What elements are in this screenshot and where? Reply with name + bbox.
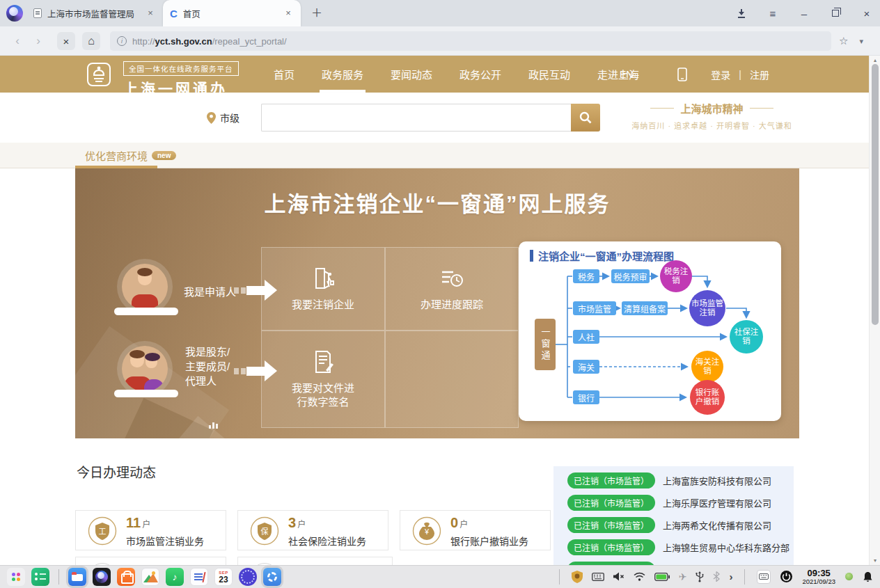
search-button[interactable] <box>571 104 600 132</box>
nav-item[interactable]: 政民互动 <box>526 56 572 93</box>
url-scheme: http:// <box>132 36 155 47</box>
stat-icon: 工 <box>88 516 117 546</box>
urlbar-dropdown-icon[interactable]: ▾ <box>859 37 863 46</box>
today-heading: 今日办理动态 <box>77 462 156 481</box>
search-input[interactable] <box>261 104 571 132</box>
partial-stat-card <box>75 557 226 565</box>
security-shield-icon[interactable] <box>572 571 583 583</box>
status-badge: 已注销（市场监管） <box>567 517 655 533</box>
url-bar[interactable]: i http://yct.sh.gov.cn/repeal_yct_portal… <box>110 31 831 51</box>
home-button[interactable]: ⌂ <box>82 32 100 50</box>
stat-count: 0户 <box>450 515 468 531</box>
clock[interactable]: 09:35 2021/09/23 <box>802 569 835 585</box>
status-badge: 已注销（市场监管） <box>567 495 655 511</box>
today-stats: 工 11户 市场监管注销业务 保 <box>75 510 551 550</box>
action-label: 我要对文件进 行数字签名 <box>292 381 354 409</box>
scroll-up-icon[interactable]: ▴ <box>870 57 880 63</box>
app-store-icon[interactable] <box>117 568 135 586</box>
flow-source-label: 一窗通 <box>539 327 552 363</box>
launcher-icon[interactable] <box>7 568 25 586</box>
minimize-button[interactable]: – <box>798 7 810 19</box>
new-tab-button[interactable]: ＋ <box>309 6 324 21</box>
notification-bell-icon[interactable] <box>863 571 873 582</box>
bookmark-star-icon[interactable]: ☆ <box>839 35 848 47</box>
nav-item[interactable]: 政务服务 <box>320 56 366 93</box>
action-progress-track[interactable]: 办理进度跟踪 <box>385 247 519 331</box>
company-name: 上海两希文化传播有限公司 <box>663 518 771 532</box>
site-info-icon[interactable]: i <box>117 36 127 46</box>
bluetooth-icon[interactable] <box>713 571 720 582</box>
browser-app-icon[interactable] <box>93 568 111 586</box>
exit-door-icon <box>311 266 336 291</box>
tab-close-icon[interactable]: × <box>283 8 294 19</box>
browser-logo-icon[interactable] <box>6 5 23 22</box>
stat-unit: 户 <box>297 520 306 530</box>
stat-label: 银行账户撤销业务 <box>450 534 528 548</box>
action-label-line: 我要对文件进 <box>292 381 354 395</box>
workspace-icon[interactable] <box>31 568 49 586</box>
window-controls: ≡ – × <box>735 0 873 26</box>
photos-icon[interactable] <box>141 568 159 586</box>
nav-item[interactable]: 政务公开 <box>457 56 503 93</box>
power-icon[interactable] <box>780 570 793 583</box>
control-center-icon[interactable] <box>263 568 281 586</box>
nav-item[interactable]: 首页 <box>272 56 297 93</box>
login-divider: | <box>739 69 741 80</box>
stat-count-number: 3 <box>288 515 296 530</box>
download-icon[interactable] <box>735 7 748 19</box>
region-label: 市级 <box>220 111 239 125</box>
stop-button[interactable]: × <box>57 32 75 50</box>
tab-close-icon[interactable]: × <box>145 8 156 19</box>
new-badge: new <box>152 151 176 160</box>
arrow-right-icon <box>234 360 280 381</box>
document-favicon-icon <box>33 8 42 18</box>
close-window-button[interactable]: × <box>861 7 873 19</box>
svg-text:¥: ¥ <box>424 527 430 536</box>
keyboard-icon[interactable] <box>592 573 604 581</box>
maximize-button[interactable] <box>829 7 842 19</box>
eye-protection-icon[interactable] <box>844 572 854 581</box>
region-selector[interactable]: 市级 <box>207 93 239 143</box>
battery-icon[interactable] <box>654 573 670 581</box>
search-section: 市级 上海城市精神 海纳百川 · 追求卓越 · 开明睿智 · 大气谦和 <box>0 93 880 143</box>
calendar-icon[interactable]: SEP 23 <box>214 568 233 586</box>
input-method-icon[interactable] <box>757 570 771 584</box>
scrollbar-thumb[interactable] <box>872 64 879 325</box>
usb-icon[interactable] <box>696 571 704 582</box>
persona-label-line: 我是股东/ <box>185 344 230 359</box>
browser-tab-1[interactable]: 上海市市场监督管理局 × <box>26 0 163 26</box>
platform-tag: 全国一体化在线政务服务平台 <box>123 61 239 76</box>
action-label: 办理进度跟踪 <box>421 298 483 312</box>
feed-row: 已注销（市场监管） 上海富旌安防科技有限公司 <box>567 472 794 488</box>
avatar-pedestal <box>114 390 178 397</box>
persona-shareholder-label: 我是股东/ 主要成员/ 代理人 <box>185 344 230 388</box>
urlbar-actions: ☆ ▾ <box>839 26 863 56</box>
browser-tab-2-active[interactable]: C 首页 × <box>163 0 301 26</box>
strip-tab[interactable]: 优化营商环境 new <box>85 148 176 163</box>
scroll-down-icon[interactable]: ▾ <box>870 557 880 564</box>
city-spirit-title-text: 上海城市精神 <box>680 101 743 116</box>
file-manager-icon[interactable] <box>68 568 86 586</box>
dock: ♪ SEP 23 <box>7 568 281 586</box>
menu-icon[interactable]: ≡ <box>767 7 779 19</box>
security-app-icon[interactable] <box>239 568 257 586</box>
nav-item[interactable]: 要闻动态 <box>388 56 434 93</box>
music-icon[interactable]: ♪ <box>166 568 184 586</box>
tray-expand-icon[interactable]: › <box>729 571 732 582</box>
airplane-mode-icon[interactable]: ✈ <box>679 571 687 582</box>
text-editor-icon[interactable] <box>190 568 208 586</box>
volume-muted-icon[interactable] <box>613 572 624 581</box>
mobile-icon[interactable] <box>677 67 687 81</box>
register-link[interactable]: 注册 <box>750 67 769 81</box>
flow-end-circle: 社保注销 <box>730 320 763 353</box>
language-switch[interactable]: EN <box>620 69 633 80</box>
stat-card: 工 11户 市场监管注销业务 <box>75 510 226 550</box>
page-scrollbar[interactable]: ▴ ▾ <box>869 56 880 565</box>
stat-unit: 户 <box>459 520 468 530</box>
login-link[interactable]: 登录 <box>711 67 730 81</box>
forward-button[interactable]: › <box>29 32 47 50</box>
stat-count: 11户 <box>126 515 150 531</box>
wifi-icon[interactable] <box>634 572 645 581</box>
back-button[interactable]: ‹ <box>8 32 26 50</box>
system-tray: ✈ › 09:35 2021/09/23 <box>556 569 873 585</box>
